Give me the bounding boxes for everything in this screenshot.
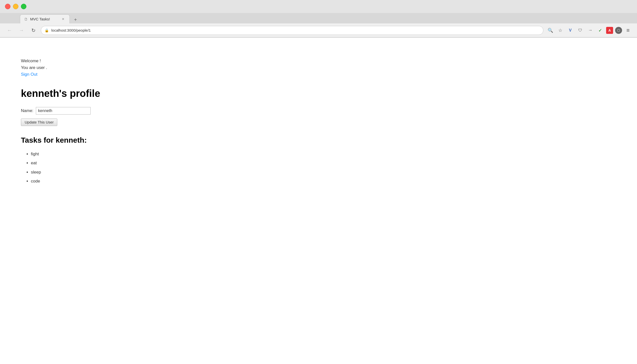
tab-close-icon[interactable]: ✕ — [61, 17, 66, 22]
sign-out-link[interactable]: Sign Out — [21, 72, 37, 77]
profile-title: kenneth's profile — [21, 88, 616, 99]
menu-icon-button[interactable]: ≡ — [624, 26, 632, 34]
vivaldi-icon-button[interactable]: V — [566, 26, 574, 34]
active-tab[interactable]: 🗋 MVC Tasks! ✕ — [20, 14, 70, 24]
translate-icon-button[interactable]: A — [606, 27, 613, 34]
maximize-button[interactable] — [21, 4, 26, 9]
url-display: localhost:3000/people/1 — [51, 28, 540, 32]
name-input[interactable] — [36, 107, 91, 114]
nav-forward-icon-button[interactable]: → — [586, 26, 594, 34]
reload-button[interactable]: ↻ — [29, 26, 38, 35]
toolbar-right-icons: 🔍 ☆ V 🛡 → ✓ A ⬡ ≡ — [546, 26, 632, 34]
search-icon-button[interactable]: 🔍 — [546, 26, 554, 34]
welcome-section: Welcome ! You are user . Sign Out — [21, 58, 616, 78]
forward-button[interactable]: → — [17, 26, 26, 35]
toolbar: ← → ↻ 🔒 localhost:3000/people/1 🔍 ☆ V 🛡 … — [0, 24, 637, 37]
lock-icon: 🔒 — [44, 28, 49, 32]
tasks-list: fighteatsleepcode — [21, 150, 616, 185]
name-form-row: Name: — [21, 107, 616, 114]
minimize-button[interactable] — [13, 4, 18, 9]
list-item: eat — [31, 159, 616, 167]
update-user-button[interactable]: Update This User — [21, 118, 57, 126]
extensions-icon-button[interactable]: ⬡ — [615, 27, 622, 34]
list-item: fight — [31, 150, 616, 158]
list-item: sleep — [31, 168, 616, 176]
close-button[interactable] — [5, 4, 10, 9]
browser-chrome: 🗋 MVC Tasks! ✕ + ← → ↻ 🔒 localhost:3000/… — [0, 0, 637, 38]
bookmark-icon-button[interactable]: ☆ — [556, 26, 564, 34]
shield-icon-button[interactable]: 🛡 — [576, 26, 584, 34]
title-bar — [0, 0, 637, 13]
tab-title: MVC Tasks! — [30, 17, 50, 21]
address-bar[interactable]: 🔒 localhost:3000/people/1 — [41, 26, 543, 35]
welcome-line2: You are user . — [21, 64, 616, 71]
traffic-lights — [5, 4, 26, 9]
new-tab-button[interactable]: + — [72, 16, 79, 24]
tab-page-icon: 🗋 — [24, 17, 28, 21]
name-label: Name: — [21, 108, 33, 113]
tab-bar: 🗋 MVC Tasks! ✕ + — [0, 13, 637, 24]
welcome-line1: Welcome ! — [21, 58, 616, 64]
page-content: Welcome ! You are user . Sign Out kennet… — [0, 38, 637, 364]
tasks-heading: Tasks for kenneth: — [21, 136, 616, 144]
check-icon-button[interactable]: ✓ — [596, 26, 604, 34]
back-button[interactable]: ← — [5, 26, 14, 35]
list-item: code — [31, 178, 616, 185]
